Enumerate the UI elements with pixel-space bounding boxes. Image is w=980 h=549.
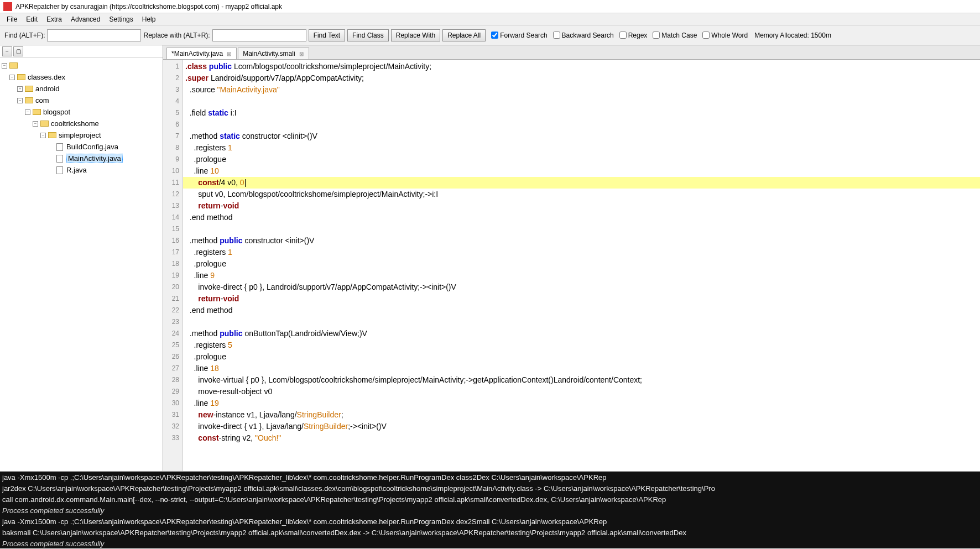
folder-icon (24, 97, 33, 104)
line-number: 7 (163, 130, 183, 142)
app-icon (3, 2, 12, 11)
tree-folder[interactable]: +android (1, 83, 161, 95)
menu-file[interactable]: File (2, 14, 22, 24)
tree-folder[interactable]: −com (1, 95, 161, 106)
code-line[interactable]: .line 19 (183, 398, 980, 409)
code-line[interactable]: .super Landroid/support/v7/app/AppCompat… (183, 72, 980, 84)
code-line[interactable]: .method static constructor <clinit>()V (183, 130, 980, 142)
code-content[interactable]: .class public Lcom/blogspot/cooltricksho… (183, 60, 980, 471)
tree-file[interactable]: MainActivity.java (1, 153, 161, 164)
code-line[interactable]: return-void (183, 200, 980, 212)
tree-toggle-icon[interactable]: − (17, 97, 23, 104)
code-line[interactable]: .line 10 (183, 165, 980, 177)
console-line: jar2dex C:\Users\anjain\workspace\APKRep… (2, 483, 978, 494)
replace-input[interactable] (212, 29, 306, 41)
close-icon[interactable]: ⊠ (225, 50, 233, 57)
code-line[interactable]: .method public onButtonTap(Landroid/view… (183, 328, 980, 339)
code-line[interactable]: .prologue (183, 351, 980, 363)
folder-icon (48, 132, 56, 139)
code-line[interactable]: .class public Lcom/blogspot/cooltricksho… (183, 61, 980, 72)
code-line[interactable]: move-result-object v0 (183, 386, 980, 398)
line-number: 4 (163, 96, 183, 107)
tree-toggle-icon[interactable]: − (9, 74, 15, 81)
tree-folder[interactable]: −simpleproject (1, 129, 161, 141)
replace-all-button[interactable]: Replace All (442, 29, 486, 41)
code-line[interactable]: invoke-direct { p0 }, Landroid/support/v… (183, 281, 980, 293)
console-line: Process completed successfully (2, 538, 978, 548)
tree-folder[interactable]: −cooltrickshome (1, 118, 161, 129)
whole-word-checkbox[interactable]: Whole Word (702, 32, 748, 39)
code-line[interactable]: .registers 1 (183, 247, 980, 258)
line-number: 32 (163, 421, 183, 432)
code-line[interactable] (183, 223, 980, 235)
tab-label: *MainActivity.java (171, 50, 223, 57)
line-number: 8 (163, 142, 183, 154)
collapse-all-button[interactable]: − (2, 46, 12, 56)
code-line[interactable]: .prologue (183, 258, 980, 270)
tree-toggle-icon[interactable]: − (1, 62, 8, 69)
tree-toggle-icon[interactable]: − (40, 132, 46, 139)
code-line[interactable]: .method public constructor <init>()V (183, 235, 980, 247)
line-number: 31 (163, 409, 183, 421)
window-title: APKRepatcher by csanuragjain (https://co… (15, 3, 282, 11)
code-line[interactable]: new-instance v1, Ljava/lang/StringBuilde… (183, 409, 980, 421)
code-line[interactable]: const/4 v0, 0| (183, 177, 980, 189)
tree-folder[interactable]: − (1, 60, 161, 71)
tab-label: MainActivity.smali (243, 50, 295, 57)
code-editor[interactable]: 1234567891011121314151617181920212223242… (163, 60, 980, 471)
line-number: 6 (163, 119, 183, 130)
find-input[interactable] (47, 29, 141, 41)
code-line[interactable]: .registers 1 (183, 142, 980, 154)
replace-with-button[interactable]: Replace With (391, 29, 440, 41)
tree-folder[interactable]: −blogspot (1, 106, 161, 118)
code-line[interactable]: .source "MainActivity.java" (183, 84, 980, 96)
close-icon[interactable]: ⊠ (298, 50, 305, 57)
backward-search-checkbox[interactable]: Backward Search (553, 32, 614, 39)
sidebar-toolbar: − ▢ (0, 45, 163, 57)
code-line[interactable] (183, 316, 980, 328)
folder-icon (24, 85, 33, 92)
tree-folder[interactable]: −classes.dex (1, 71, 161, 83)
code-line[interactable]: invoke-direct { v1 }, Ljava/lang/StringB… (183, 421, 980, 432)
line-number: 17 (163, 247, 183, 258)
regex-checkbox[interactable]: Regex (619, 32, 648, 39)
menu-help[interactable]: Help (138, 14, 160, 24)
code-line[interactable]: const-string v2, "Ouch!" (183, 432, 980, 444)
match-case-checkbox[interactable]: Match Case (653, 32, 697, 39)
code-line[interactable]: .prologue (183, 154, 980, 165)
tree-label: android (35, 85, 59, 93)
tree-file[interactable]: BuildConfig.java (1, 141, 161, 153)
code-line[interactable] (183, 96, 980, 107)
code-line[interactable]: return-void (183, 293, 980, 305)
code-line[interactable]: .end method (183, 305, 980, 316)
menu-advanced[interactable]: Advanced (66, 14, 105, 24)
code-line[interactable]: .end method (183, 212, 980, 223)
menubar: File Edit Extra Advanced Settings Help (0, 13, 980, 25)
tree-toggle-icon[interactable]: − (32, 121, 39, 127)
code-line[interactable]: invoke-virtual { p0 }, Lcom/blogspot/coo… (183, 374, 980, 386)
tab-mainactivity-smali[interactable]: MainActivity.smali ⊠ (238, 48, 309, 59)
menu-extra[interactable]: Extra (42, 14, 66, 24)
titlebar: APKRepatcher by csanuragjain (https://co… (0, 0, 980, 13)
code-line[interactable]: .field static i:I (183, 107, 980, 119)
code-line[interactable] (183, 119, 980, 130)
code-line[interactable]: .line 18 (183, 363, 980, 374)
find-text-button[interactable]: Find Text (309, 29, 345, 41)
tab-mainactivity-java[interactable]: *MainActivity.java ⊠ (166, 48, 237, 59)
forward-search-checkbox[interactable]: Forward Search (491, 32, 547, 39)
code-line[interactable]: sput v0, Lcom/blogspot/cooltrickshome/si… (183, 189, 980, 200)
find-class-button[interactable]: Find Class (347, 29, 389, 41)
code-line[interactable]: .line 9 (183, 270, 980, 281)
tree-file[interactable]: R.java (1, 164, 161, 176)
tree-toggle-icon[interactable]: + (17, 86, 23, 92)
code-line[interactable]: .registers 5 (183, 339, 980, 351)
menu-settings[interactable]: Settings (105, 14, 137, 24)
line-number: 1 (163, 61, 183, 72)
tree-toggle-icon[interactable]: − (24, 109, 31, 116)
file-icon (55, 166, 64, 174)
line-number: 5 (163, 107, 183, 119)
expand-all-button[interactable]: ▢ (13, 46, 23, 56)
menu-edit[interactable]: Edit (22, 14, 42, 24)
console-line: Process completed successfully (2, 505, 978, 516)
line-number: 21 (163, 293, 183, 305)
